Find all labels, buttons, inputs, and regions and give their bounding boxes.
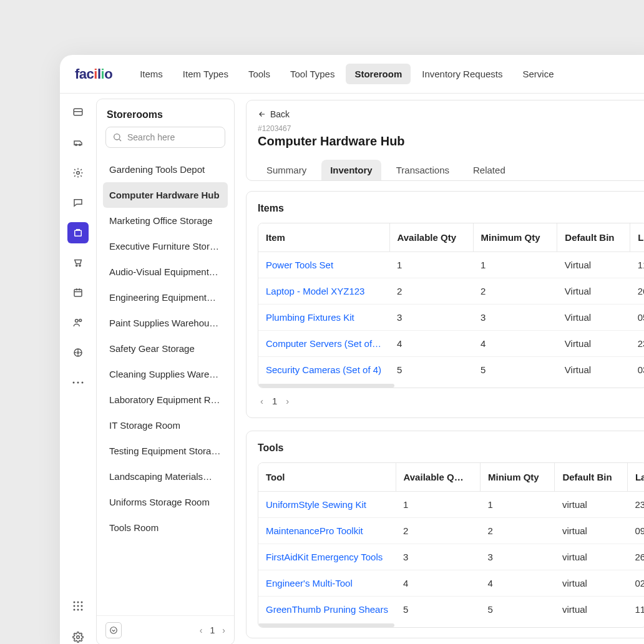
svg-point-5 xyxy=(76,265,77,266)
storeroom-item[interactable]: Landscaping Materials… xyxy=(103,464,228,489)
cell: virtual xyxy=(555,544,628,570)
search-icon xyxy=(112,132,122,142)
back-button[interactable]: Back xyxy=(258,109,644,119)
item-link[interactable]: Power Tools Set xyxy=(258,252,389,278)
storeroom-item[interactable]: Executive Furniture Stor… xyxy=(103,233,228,259)
tab-summary[interactable]: Summary xyxy=(258,160,315,180)
cell: 1 xyxy=(389,252,473,278)
inventory-icon[interactable] xyxy=(67,222,89,243)
tab-related[interactable]: Related xyxy=(464,160,514,180)
items-pager-next-icon[interactable]: › xyxy=(286,396,289,406)
logo: facilio xyxy=(75,66,112,82)
cell: 05 Jan 20 xyxy=(630,305,644,331)
tools-card-title: Tools xyxy=(258,442,644,454)
nav-item-types[interactable]: Item Types xyxy=(174,64,237,84)
settings-cog-icon[interactable] xyxy=(67,162,89,183)
cart-icon[interactable] xyxy=(67,252,89,273)
nav-service[interactable]: Service xyxy=(514,64,563,84)
item-link[interactable]: Security Cameras (Set of 4) xyxy=(258,357,389,383)
item-link[interactable]: Computer Servers (Set of… xyxy=(258,331,389,357)
svg-point-6 xyxy=(79,265,80,266)
calendar-icon[interactable] xyxy=(67,282,89,303)
table-row: Computer Servers (Set of… 4 4 Virtual 23… xyxy=(258,331,644,357)
storeroom-item[interactable]: Audio-Visual Equipment… xyxy=(103,259,228,285)
cell: 3 xyxy=(481,544,555,570)
tool-link[interactable]: FirstAidKit Emergency Tools xyxy=(258,544,396,570)
gear-icon[interactable] xyxy=(67,627,89,644)
chat-icon[interactable] xyxy=(67,192,89,213)
pager-next-icon[interactable]: › xyxy=(222,625,225,635)
storeroom-item[interactable]: Laboratory Equipment R… xyxy=(103,387,228,412)
storeroom-item[interactable]: Paint Supplies Warehou… xyxy=(103,310,228,336)
nav-tools[interactable]: Tools xyxy=(240,64,279,84)
col-last-purchased[interactable]: Last Purcl xyxy=(627,463,644,492)
items-pager-current: 1 xyxy=(272,396,277,406)
col-default-bin[interactable]: Default Bin xyxy=(555,463,628,492)
storeroom-item[interactable]: Testing Equipment Stora… xyxy=(103,438,228,464)
cell: Virtual xyxy=(557,278,630,305)
filter-toggle-icon[interactable] xyxy=(105,622,122,638)
col-minimum-qty[interactable]: Minimum Qty xyxy=(473,223,557,252)
svg-point-24 xyxy=(77,636,80,639)
wheel-icon[interactable] xyxy=(67,342,89,363)
table-row: MaintenancePro Toolkit 2 2 virtual 09 Ja… xyxy=(258,518,644,544)
cell: 11 Jan 20 xyxy=(630,252,644,278)
col-item[interactable]: Item xyxy=(258,223,389,252)
cell: 1 xyxy=(473,252,557,278)
cell: Virtual xyxy=(557,305,630,331)
storeroom-item[interactable]: Marketing Office Storage xyxy=(103,208,228,233)
storeroom-item[interactable]: Gardening Tools Depot xyxy=(103,157,228,182)
cell: 26 Jan 20 xyxy=(627,544,644,570)
pager-prev-icon[interactable]: ‹ xyxy=(200,625,203,635)
item-link[interactable]: Laptop - Model XYZ123 xyxy=(258,278,389,305)
dashboard-icon[interactable] xyxy=(67,102,89,124)
more-icon[interactable] xyxy=(67,372,89,393)
storeroom-item[interactable]: Engineering Equipment… xyxy=(103,285,228,310)
storerooms-title: Storerooms xyxy=(97,99,234,127)
people-icon[interactable] xyxy=(67,312,89,333)
main-area: Back #1203467 Computer Hardware Hub Summ… xyxy=(235,94,644,644)
storeroom-item[interactable]: IT Storage Room xyxy=(103,412,228,438)
items-pager-prev-icon[interactable]: ‹ xyxy=(260,396,263,406)
col-available-qty[interactable]: Available Q… xyxy=(396,463,481,492)
item-link[interactable]: Plumbing Fixtures Kit xyxy=(258,305,389,331)
cell: 2 xyxy=(481,518,555,544)
horizontal-scrollbar[interactable] xyxy=(258,384,394,388)
apps-grid-icon[interactable] xyxy=(67,595,89,617)
col-last-purchased[interactable]: Last Purc xyxy=(630,223,644,252)
tool-link[interactable]: MaintenancePro Toolkit xyxy=(258,518,396,544)
tool-link[interactable]: Engineer's Multi-Tool xyxy=(258,570,396,597)
svg-point-21 xyxy=(74,609,76,611)
storeroom-item[interactable]: Cleaning Supplies Ware… xyxy=(103,361,228,387)
cell: 5 xyxy=(473,357,557,383)
tool-link[interactable]: GreenThumb Pruning Shears xyxy=(258,597,396,623)
svg-point-14 xyxy=(82,382,84,384)
cell: virtual xyxy=(555,492,628,518)
storeroom-item[interactable]: Computer Hardware Hub xyxy=(103,182,228,208)
storeroom-item[interactable]: Uniforms Storage Room xyxy=(103,489,228,515)
cell: 4 xyxy=(473,331,557,357)
tab-inventory[interactable]: Inventory xyxy=(321,160,381,180)
horizontal-scrollbar[interactable] xyxy=(258,623,394,627)
nav-inventory-requests[interactable]: Inventory Requests xyxy=(413,64,511,84)
items-card: Items Item Available Qty Minimum Qty Def… xyxy=(246,191,644,418)
cell: 23 Jan 20 xyxy=(630,331,644,357)
nav-storeroom[interactable]: Storeroom xyxy=(346,64,411,84)
tool-link[interactable]: UniformStyle Sewing Kit xyxy=(258,492,396,518)
search-input[interactable]: Search here xyxy=(105,127,225,148)
cell: 02 Feb 20 xyxy=(627,570,644,597)
storeroom-item[interactable]: Safety Gear Storage xyxy=(103,336,228,361)
assets-icon[interactable] xyxy=(67,132,89,154)
col-default-bin[interactable]: Default Bin xyxy=(557,223,630,252)
items-table: Item Available Qty Minimum Qty Default B… xyxy=(258,223,644,388)
nav-tool-types[interactable]: Tool Types xyxy=(281,64,343,84)
svg-point-20 xyxy=(81,605,83,607)
cell: Virtual xyxy=(557,331,630,357)
arrow-left-icon xyxy=(258,110,266,119)
col-tool[interactable]: Tool xyxy=(258,463,396,492)
col-minimum-qty[interactable]: Minium Qty xyxy=(481,463,555,492)
tab-transactions[interactable]: Transactions xyxy=(388,160,458,180)
nav-items[interactable]: Items xyxy=(131,64,172,84)
col-available-qty[interactable]: Available Qty xyxy=(389,223,473,252)
storeroom-item[interactable]: Tools Room xyxy=(103,515,228,540)
